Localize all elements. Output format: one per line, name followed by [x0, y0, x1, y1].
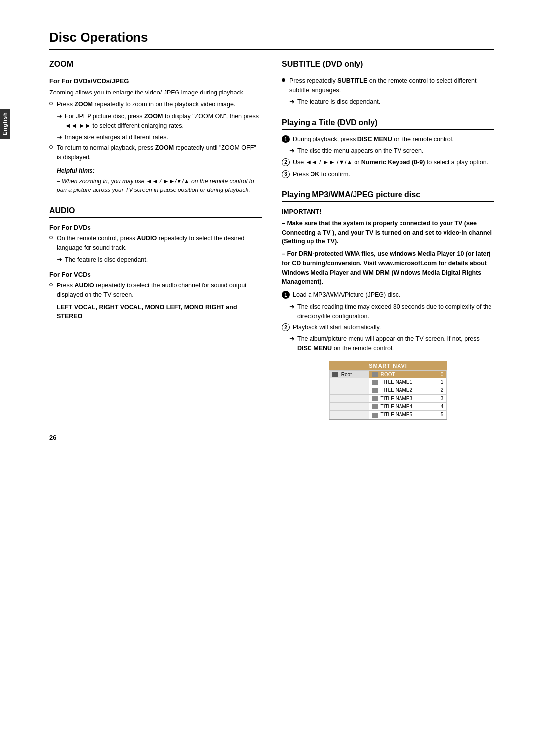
zoom-title: ZOOM [49, 60, 262, 71]
navi-right-3: TITLE NAME3 [369, 394, 437, 402]
num2-icon: 2 [282, 158, 290, 166]
navi-right-icon-4 [372, 404, 378, 409]
audio-vcds-bullet-icon [49, 283, 53, 286]
navi-right-icon-2 [372, 388, 378, 393]
audio-section: AUDIO For For DVDs On the remote control… [49, 206, 262, 321]
smart-navi-container: SMART NAVI Root ROOT [329, 361, 447, 420]
navi-right-1: TITLE NAME1 [369, 378, 437, 386]
side-tab: English [0, 109, 10, 139]
navi-right-icon-0 [372, 372, 378, 377]
zoom-arrow2: ➜ Image size enlarges at different rates… [57, 133, 262, 142]
subtitle-bullet: Press repeatedly SUBTITLE on the remote … [282, 76, 494, 95]
navi-root-label: Root [341, 372, 352, 377]
page-number: 26 [49, 434, 56, 441]
mp3-arrow1-icon: ➜ [289, 302, 295, 312]
navi-right-2: TITLE NAME2 [369, 386, 437, 394]
zoom-bullet1: Press ZOOM repeatedly to zoom in on the … [49, 100, 262, 109]
audio-dvds-text: On the remote control, press AUDIO repea… [57, 234, 262, 253]
subtitle-arrow-text: The feature is disc dependant. [297, 97, 380, 107]
hint-text: – When zooming in, you may use ◄◄ / ►►/▼… [57, 177, 262, 194]
smart-navi-table: Root ROOT 0 [329, 370, 447, 419]
mp3-item2-arrow: ➜ The album/picture menu will appear on … [289, 334, 494, 353]
playing-item1-text: During playback, press DISC MENU on the … [293, 135, 454, 144]
mp3-item1-text: Load a MP3/WMA/Picture (JPEG) disc. [293, 290, 400, 300]
navi-right-4: TITLE NAME4 [369, 402, 437, 410]
audio-for-vcds-label: For For VCDs [49, 270, 262, 280]
navi-row-3: TITLE NAME3 3 [330, 394, 447, 402]
navi-num-2: 2 [437, 386, 447, 394]
subtitle-bullet-icon [282, 78, 285, 82]
audio-for-dvds-label: For For DVDs [49, 223, 262, 233]
important-line1: – Make sure that the system is properly … [282, 219, 494, 246]
arrow-icon: ➜ [57, 112, 62, 121]
playing-item2-text: Use ◄◄ / ►► /▼/▲ or Numeric Keypad (0-9)… [293, 158, 488, 167]
playing-item1-arrow: ➜ The disc title menu appears on the TV … [289, 146, 494, 156]
hints-title: Helpful hints: [57, 166, 262, 175]
navi-num-1: 1 [437, 378, 447, 386]
subtitle-arrow-icon: ➜ [289, 97, 295, 107]
zoom-arrow2-text: Image size enlarges at different rates. [65, 133, 168, 142]
audio-bold-line: LEFT VOCAL, RIGHT VOCAL, MONO LEFT, MONO… [57, 303, 262, 322]
important-title: IMPORTANT! [282, 207, 494, 217]
navi-icon-0 [332, 372, 338, 377]
navi-right-icon-3 [372, 396, 378, 401]
navi-row-2: TITLE NAME2 2 [330, 386, 447, 394]
navi-num-0: 0 [437, 370, 447, 378]
audio-vcds-bullet: Press AUDIO repeatedly to select the aud… [49, 281, 262, 300]
zoom-bullet2: To return to normal playback, press ZOOM… [49, 143, 262, 162]
playing-mp3-section: Playing MP3/WMA/JPEG picture disc IMPORT… [282, 190, 494, 419]
playing-title-heading: Playing a Title (DVD only) [282, 118, 494, 130]
navi-left-2 [330, 386, 369, 394]
bullet-circle2-icon [49, 145, 53, 149]
page-title: Disc Operations [49, 30, 494, 50]
mp3-num1-icon: 1 [282, 291, 290, 299]
playing-title-section: Playing a Title (DVD only) 1 During play… [282, 118, 494, 179]
important-block: IMPORTANT! – Make sure that the system i… [282, 207, 494, 286]
mp3-item2-text: Playback will start automatically. [293, 323, 381, 332]
zoom-intro: Zooming allows you to enlarge the video/… [49, 88, 262, 97]
arrow-icon3: ➜ [57, 255, 62, 265]
navi-right-0: ROOT [369, 370, 437, 378]
playing-item3: 3 Press OK to confirm. [282, 170, 494, 179]
navi-left-4 [330, 402, 369, 410]
zoom-arrow1: ➜ For JPEP picture disc, press ZOOM to d… [57, 112, 262, 131]
subtitle-arrow: ➜ The feature is disc dependant. [289, 97, 494, 107]
left-column: ZOOM For For DVDs/VCDs/JPEG Zooming allo… [49, 60, 262, 431]
num1-icon: 1 [282, 135, 290, 143]
audio-bullet-icon [49, 236, 53, 239]
playing-item3-text: Press OK to confirm. [293, 170, 350, 179]
navi-row-5: TITLE NAME5 5 [330, 411, 447, 419]
navi-left-0: Root [330, 370, 369, 378]
smart-navi-header: SMART NAVI [329, 361, 447, 370]
zoom-bullet2-text: To return to normal playback, press ZOOM… [57, 143, 262, 162]
audio-dvds-arrow-text: The feature is disc dependant. [65, 255, 148, 265]
mp3-arrow2-icon: ➜ [289, 334, 295, 344]
mp3-item1-arrow-text: The disc reading time may exceed 30 seco… [297, 302, 494, 321]
mp3-item1-arrow: ➜ The disc reading time may exceed 30 se… [289, 302, 494, 321]
right-column: SUBTITLE (DVD only) Press repeatedly SUB… [282, 60, 494, 431]
navi-num-5: 5 [437, 411, 447, 419]
playing-item2: 2 Use ◄◄ / ►► /▼/▲ or Numeric Keypad (0-… [282, 158, 494, 167]
zoom-arrow1-text: For JPEP picture disc, press ZOOM to dis… [65, 112, 262, 131]
navi-row-4: TITLE NAME4 4 [330, 402, 447, 410]
page-container: English Disc Operations ZOOM For For DVD… [0, 0, 534, 461]
arrow-icon2: ➜ [57, 133, 62, 142]
audio-dvds-arrow: ➜ The feature is disc dependant. [57, 255, 262, 265]
subtitle-title: SUBTITLE (DVD only) [282, 60, 494, 71]
playing-mp3-title: Playing MP3/WMA/JPEG picture disc [282, 190, 494, 202]
navi-row-1: TITLE NAME1 1 [330, 378, 447, 386]
mp3-item2: 2 Playback will start automatically. [282, 323, 494, 332]
helpful-hints: Helpful hints: – When zooming in, you ma… [57, 166, 262, 194]
subtitle-section: SUBTITLE (DVD only) Press repeatedly SUB… [282, 60, 494, 106]
playing-item1-arrow-text: The disc title menu appears on the TV sc… [297, 146, 423, 156]
num3-icon: 3 [282, 170, 290, 178]
navi-num-3: 3 [437, 394, 447, 402]
navi-right-icon-1 [372, 380, 378, 385]
navi-right-5: TITLE NAME5 [369, 411, 437, 419]
audio-dvds-bullet: On the remote control, press AUDIO repea… [49, 234, 262, 253]
navi-left-3 [330, 394, 369, 402]
navi-row-0: Root ROOT 0 [330, 370, 447, 378]
zoom-for-label: For For DVDs/VCDs/JPEG [49, 76, 262, 86]
audio-title: AUDIO [49, 206, 262, 218]
subtitle-text: Press repeatedly SUBTITLE on the remote … [289, 76, 494, 95]
